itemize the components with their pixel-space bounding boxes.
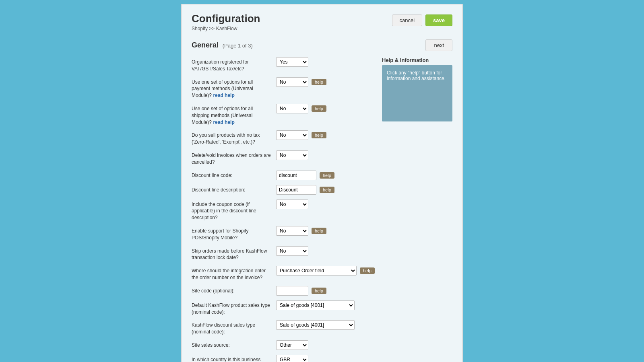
form-row-order-number: Where should the integration enter the o… — [192, 266, 376, 281]
form-row-shopify-pos: Enable support for Shopify POS/Shopify M… — [192, 226, 376, 241]
label-universal-shipping: Use one set of options for all shipping … — [192, 104, 272, 125]
select-universal-payment[interactable]: No Yes — [276, 77, 308, 87]
select-site-sales-source[interactable]: Other Online Retail — [276, 340, 308, 350]
form-row-discount-description: Discount line description: help — [192, 185, 376, 195]
form-row-zero-rated: Do you sell products with no tax ('Zero-… — [192, 130, 376, 146]
select-country-tax[interactable]: GBR USA AUS — [276, 355, 308, 362]
form-area: Organization registered for VAT/GST/Sale… — [192, 57, 376, 362]
save-button[interactable]: save — [425, 14, 452, 26]
select-default-sales-type[interactable]: Sale of goods [4001] Sale of services [4… — [276, 300, 355, 310]
help-button-order-number[interactable]: help — [360, 267, 375, 274]
label-universal-payment: Use one set of options for all payment m… — [192, 77, 272, 99]
help-box-text: Click any "help" button for information … — [387, 70, 446, 81]
select-universal-shipping[interactable]: No Yes — [276, 104, 308, 113]
form-row-country-tax: In which country is this business based … — [192, 355, 376, 362]
form-row-site-code: Site code (optional): help — [192, 286, 376, 296]
form-row-vat: Organization registered for VAT/GST/Sale… — [192, 57, 376, 72]
help-panel: Help & Information Click any "help" butt… — [382, 57, 452, 362]
form-row-universal-payment: Use one set of options for all payment m… — [192, 77, 376, 99]
help-box: Click any "help" button for information … — [382, 65, 452, 121]
breadcrumb: Shopify >> KashFlow — [192, 26, 260, 31]
help-button-discount-description[interactable]: help — [320, 187, 334, 193]
cancel-button[interactable]: cancel — [392, 14, 423, 26]
select-order-number[interactable]: Purchase Order field Invoice field Other — [276, 266, 357, 276]
label-discount-description: Discount line description: — [192, 185, 272, 193]
label-coupon-discount: Include the coupon code (if applicable) … — [192, 200, 272, 221]
input-discount-description[interactable] — [276, 185, 316, 195]
label-discount-sales-type: KashFlow discount sales type (nominal co… — [192, 320, 272, 335]
select-coupon-discount[interactable]: No Yes — [276, 200, 308, 209]
label-site-code: Site code (optional): — [192, 286, 272, 294]
form-row-default-sales-type: Default KashFlow product sales type (nom… — [192, 300, 376, 316]
select-delete-void[interactable]: No Yes — [276, 150, 308, 160]
label-vat: Organization registered for VAT/GST/Sale… — [192, 57, 272, 72]
link-read-help-payment[interactable]: read help — [213, 93, 234, 98]
form-row-universal-shipping: Use one set of options for all shipping … — [192, 104, 376, 125]
label-site-sales-source: Site sales source: — [192, 340, 272, 349]
label-delete-void: Delete/void invoices when orders are can… — [192, 150, 272, 166]
label-zero-rated: Do you sell products with no tax ('Zero-… — [192, 130, 272, 146]
section-subtitle: (Page 1 of 3) — [223, 43, 253, 49]
help-button-universal-payment[interactable]: help — [312, 79, 326, 85]
next-button[interactable]: next — [425, 39, 452, 51]
select-discount-sales-type[interactable]: Sale of goods [4001] Sale of services [4… — [276, 320, 355, 330]
label-country-tax: In which country is this business based … — [192, 355, 272, 362]
help-panel-title: Help & Information — [382, 57, 452, 63]
help-button-universal-shipping[interactable]: help — [312, 105, 326, 112]
label-default-sales-type: Default KashFlow product sales type (nom… — [192, 300, 272, 316]
form-row-discount-sales-type: KashFlow discount sales type (nominal co… — [192, 320, 376, 335]
form-row-discount-code: Discount line code: help — [192, 171, 376, 180]
help-button-discount-code[interactable]: help — [320, 172, 334, 179]
form-row-coupon-discount: Include the coupon code (if applicable) … — [192, 200, 376, 221]
help-button-zero-rated[interactable]: help — [312, 132, 326, 138]
select-vat[interactable]: Yes No — [276, 57, 308, 67]
form-row-site-sales-source: Site sales source: Other Online Retail — [192, 340, 376, 350]
help-button-site-code[interactable]: help — [312, 288, 326, 294]
select-zero-rated[interactable]: No Yes — [276, 130, 308, 140]
form-row-skip-orders: Skip orders made before KashFlow transac… — [192, 246, 376, 261]
input-discount-code[interactable] — [276, 171, 316, 180]
label-skip-orders: Skip orders made before KashFlow transac… — [192, 246, 272, 261]
help-button-shopify-pos[interactable]: help — [312, 228, 326, 234]
label-shopify-pos: Enable support for Shopify POS/Shopify M… — [192, 226, 272, 241]
page-title: Configuration — [192, 12, 260, 25]
select-shopify-pos[interactable]: No Yes — [276, 226, 308, 236]
select-skip-orders[interactable]: No Yes — [276, 246, 308, 256]
form-row-delete-void: Delete/void invoices when orders are can… — [192, 150, 376, 166]
label-discount-code: Discount line code: — [192, 171, 272, 179]
link-read-help-shipping[interactable]: read help — [213, 119, 234, 125]
input-site-code[interactable] — [276, 286, 308, 296]
section-title: General — [192, 41, 219, 49]
label-order-number: Where should the integration enter the o… — [192, 266, 272, 281]
